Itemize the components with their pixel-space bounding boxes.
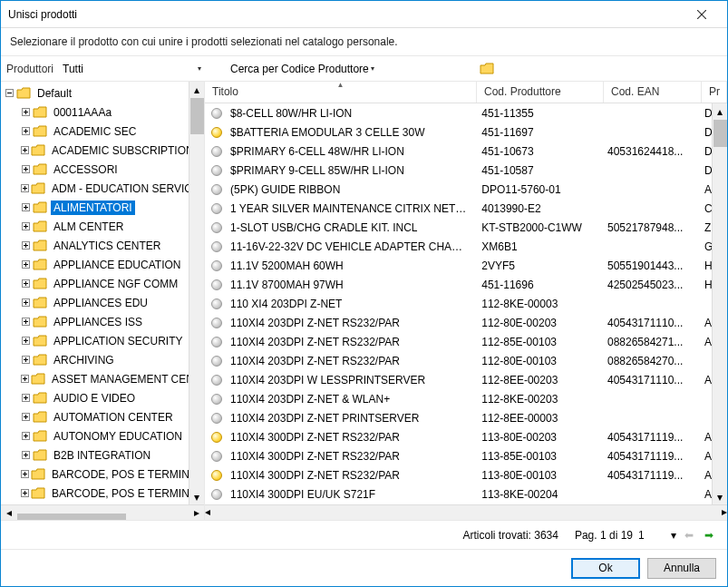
expander-icon[interactable] xyxy=(21,393,31,403)
expander-icon[interactable] xyxy=(21,374,29,384)
table-row[interactable]: 110XI4 300DPI Z-NET RS232/PAR113-85E-001… xyxy=(205,446,712,465)
expander-icon[interactable] xyxy=(21,145,29,155)
scroll-down-button[interactable]: ▾ xyxy=(713,489,727,504)
col-title[interactable]: Titolo ▲ xyxy=(205,82,477,103)
expander-icon[interactable] xyxy=(21,431,31,441)
tree-node-label: ACADEMIC SEC xyxy=(51,124,139,139)
tree-node[interactable]: APPLIANCES ISS xyxy=(5,312,189,331)
expander-icon[interactable] xyxy=(21,279,31,289)
expander-icon[interactable] xyxy=(21,183,29,193)
product-list[interactable]: $8-CELL 80W/HR LI-ION451-11355DI$BATTERI… xyxy=(205,103,712,504)
table-row[interactable]: $BATTERIA EMODULAR 3 CELLE 30W451-11697D… xyxy=(205,122,712,142)
tree-node[interactable]: APPLIANCE NGF COMM xyxy=(5,274,189,293)
expander-icon[interactable] xyxy=(21,336,31,346)
next-page-button[interactable]: ➡ xyxy=(702,528,716,543)
cell-ean: 40543171119... xyxy=(600,431,697,444)
tree-node[interactable]: APPLIANCE EDUCATION xyxy=(5,255,189,274)
expander-icon[interactable] xyxy=(21,259,31,269)
category-tree[interactable]: Default00011AAAaACADEMIC SECACADEMIC SUB… xyxy=(1,82,189,504)
tree-node[interactable]: B2B INTEGRATION xyxy=(5,445,189,465)
tree-root[interactable]: Default xyxy=(5,83,189,103)
scroll-left-button[interactable]: ◂ xyxy=(1,505,16,521)
folder-icon xyxy=(33,296,47,310)
chevron-down-icon[interactable]: ▾ xyxy=(671,529,676,542)
ok-button[interactable]: Ok xyxy=(571,558,640,579)
expander-icon[interactable] xyxy=(21,107,31,117)
table-row[interactable]: 110XI4 203DPI Z-NET & WLAN+112-8KE-00203 xyxy=(205,389,712,408)
cancel-button[interactable]: Annulla xyxy=(647,558,716,579)
col-pr[interactable]: Pr xyxy=(702,82,727,103)
expander-icon[interactable] xyxy=(21,221,31,231)
tree-node[interactable]: ANALYTICS CENTER xyxy=(5,236,189,255)
table-row[interactable]: 1-SLOT USB/CHG CRADLE KIT. INCLKT-STB200… xyxy=(205,218,712,237)
tree-vscrollbar[interactable]: ▴ ▾ xyxy=(189,82,204,504)
table-row[interactable]: 110XI4 203DPI Z-NET RS232/PAR112-85E-001… xyxy=(205,332,712,351)
table-row[interactable]: 110XI4 203DPI Z-NET PRINTSERVER112-8EE-0… xyxy=(205,408,712,427)
folder-icon xyxy=(16,86,31,101)
table-row[interactable]: 11-16V-22-32V DC VEHICLE ADAPTER CHARG..… xyxy=(205,237,712,256)
row-status-icon xyxy=(205,337,223,347)
scroll-up-button[interactable]: ▴ xyxy=(713,103,727,119)
scroll-right-button[interactable]: ▸ xyxy=(189,505,204,521)
table-row[interactable]: $PRIMARY 6-CELL 48W/HR LI-ION451-1067340… xyxy=(205,142,712,161)
tree-node[interactable]: ALIMENTATORI xyxy=(5,198,189,217)
tree-node[interactable]: ACADEMIC SEC xyxy=(5,122,189,141)
expander-icon[interactable] xyxy=(21,355,31,365)
col-ean[interactable]: Cod. EAN xyxy=(604,82,702,103)
expander-icon[interactable] xyxy=(21,488,29,498)
tree-node[interactable]: ALM CENTER xyxy=(5,217,189,236)
table-row[interactable]: 11.1V 5200MAH 60WH2VYF550551901443...HI xyxy=(205,256,712,275)
prev-page-button[interactable]: ⬅ xyxy=(682,528,696,543)
tree-node[interactable]: ASSET MANAGEMENT CENTER xyxy=(5,369,189,388)
list-vscrollbar[interactable]: ▴ ▾ xyxy=(712,103,727,504)
table-row[interactable]: 110XI4 300DPI Z-NET RS232/PAR113-80E-002… xyxy=(205,427,712,446)
tree-node-label: AUTONOMY EDUCATION xyxy=(51,429,185,444)
tree-node[interactable]: AUDIO E VIDEO xyxy=(5,388,189,407)
tree-node[interactable]: AUTOMATION CENTER xyxy=(5,407,189,426)
expander-icon[interactable] xyxy=(21,412,31,422)
expander-icon[interactable] xyxy=(21,298,31,308)
expander-icon[interactable] xyxy=(21,450,31,460)
tree-node[interactable]: ACADEMIC SUBSCRIPTIONS xyxy=(5,141,189,160)
expander-icon[interactable] xyxy=(21,164,31,174)
tree-node[interactable]: BARCODE, POS E TERMINALI xyxy=(5,484,189,503)
tree-hscrollbar[interactable]: ◂ ▸ xyxy=(1,504,204,520)
tree-node-label: ALM CENTER xyxy=(51,220,126,234)
tree-node[interactable]: ARCHIVING xyxy=(5,350,189,369)
close-button[interactable] xyxy=(684,2,720,27)
list-hscrollbar[interactable]: ◂ ▸ xyxy=(205,504,727,520)
scroll-right-button[interactable]: ▸ xyxy=(722,505,727,520)
tree-node[interactable]: BARCODE, POS E TERMINALI xyxy=(5,465,189,484)
table-row[interactable]: 1 YEAR SILVER MAINTENANCE CITRIX NETSC..… xyxy=(205,199,712,218)
cell-mfr: DPO11-5760-01 xyxy=(474,183,600,196)
table-row[interactable]: 110XI4 300DPI Z-NET RS232/PAR113-80E-001… xyxy=(205,465,712,484)
table-row[interactable]: 110XI4 203DPI Z-NET RS232/PAR112-80E-002… xyxy=(205,313,712,332)
scroll-down-button[interactable]: ▾ xyxy=(189,489,204,504)
expander-icon[interactable] xyxy=(21,202,31,212)
expander-icon[interactable] xyxy=(21,240,31,250)
tree-node[interactable]: AUTONOMY EDUCATION xyxy=(5,426,189,445)
expander-icon[interactable] xyxy=(21,317,31,327)
tree-node[interactable]: APPLICATION SECURITY xyxy=(5,331,189,350)
table-row[interactable]: 110XI4 300DPI EU/UK S721F113-8KE-00204AS xyxy=(205,484,712,504)
tree-node[interactable]: ADM - EDUCATION SERVICES xyxy=(5,179,189,198)
tree-node[interactable]: ACCESSORI xyxy=(5,160,189,179)
page-input[interactable]: 1 xyxy=(638,529,665,542)
expander-icon[interactable] xyxy=(21,469,29,479)
table-row[interactable]: 110 XI4 203DPI Z-NET112-8KE-00003 xyxy=(205,294,712,313)
scroll-up-button[interactable]: ▴ xyxy=(189,82,204,97)
table-row[interactable]: $PRIMARY 9-CELL 85W/HR LI-ION451-10587DI xyxy=(205,161,712,180)
search-mode-combo[interactable]: Cerca per Codice Produttore ▾ xyxy=(230,63,374,75)
folder-button[interactable] xyxy=(476,59,498,79)
tree-node[interactable]: APPLIANCES EDU xyxy=(5,293,189,312)
expander-icon[interactable] xyxy=(21,126,31,136)
expander-icon[interactable] xyxy=(5,88,15,98)
producers-combo[interactable]: Produttori Tutti ▾ xyxy=(6,63,201,75)
table-row[interactable]: 11.1V 8700MAH 97WH451-1169642502545023..… xyxy=(205,275,712,294)
table-row[interactable]: 110XI4 203DPI Z-NET RS232/PAR112-80E-001… xyxy=(205,351,712,370)
table-row[interactable]: (5PK) GUIDE RIBBONDPO11-5760-01AS xyxy=(205,180,712,199)
table-row[interactable]: $8-CELL 80W/HR LI-ION451-11355DI xyxy=(205,103,712,122)
col-mfr-code[interactable]: Cod. Produttore xyxy=(477,82,604,103)
table-row[interactable]: 110XI4 203DPI W LESSPRINTSERVER112-8EE-0… xyxy=(205,370,712,389)
tree-node[interactable]: 00011AAAa xyxy=(5,103,189,122)
